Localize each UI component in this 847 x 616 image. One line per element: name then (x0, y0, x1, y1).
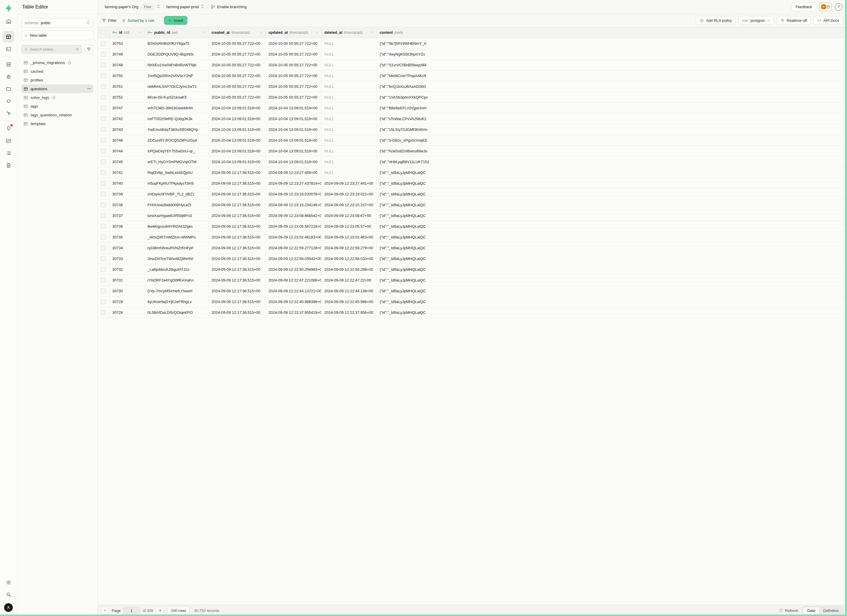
table-filter-button[interactable] (84, 45, 93, 54)
cell-content[interactable]: {"id":"_Id9aLyJpMHQLaiQC (377, 199, 424, 210)
row-checkbox[interactable] (101, 84, 106, 89)
cell-content[interactable]: {"id":"_Id9aLyJpMHQLaiQC (377, 253, 424, 264)
cell-deleted_at[interactable]: NULL (322, 38, 377, 49)
cell-public_id[interactable]: 0L5BAfDaLDl5rQOiqeKPO (145, 307, 208, 308)
cell-public_id[interactable]: _l40sQIRTmMZfcm-MWMPs (145, 232, 208, 242)
rail-item-storage[interactable] (3, 83, 14, 94)
cell-deleted_at[interactable]: NULL (322, 124, 377, 135)
cell-id[interactable]: 30738 (109, 199, 145, 210)
cell-id[interactable]: 30730 (109, 286, 145, 296)
row-checkbox[interactable] (101, 267, 106, 272)
cell-public_id[interactable]: zHDq4c0F0VBF_TL2_dBZ1 (145, 189, 208, 199)
cell-updated_at[interactable]: 2024-10-05 00:55:27.722+00 (266, 81, 322, 91)
cell-content[interactable]: {"id":"MeWCriorTPopA4Kc9 (377, 71, 424, 81)
cell-deleted_at[interactable]: 2024-09-09 12:22:37.958+00 (322, 307, 377, 308)
cell-created_at[interactable]: 2024-09-09 12:17:36.515+00 (208, 264, 266, 274)
cell-deleted_at[interactable]: 2024-09-09 12:22:59.279+00 (322, 243, 377, 253)
chevron-down-icon[interactable] (260, 31, 263, 35)
row-checkbox[interactable] (101, 202, 106, 207)
cell-public_id[interactable]: xrETl_HyGY0mPMGVqtOTM (145, 156, 208, 167)
sidebar-table-profiles[interactable]: profiles (21, 76, 93, 84)
cell-id[interactable]: 30735 (109, 232, 145, 242)
cell-content[interactable]: {"id":"_Id9aLyJpMHQLaiQC (377, 210, 424, 221)
row-checkbox[interactable] (101, 41, 106, 46)
cell-public_id[interactable]: nbMhHL3AP7OcCJymc2wT2 (145, 81, 208, 91)
rail-item-edge-functions[interactable] (3, 95, 14, 107)
rail-item-home[interactable] (3, 15, 14, 27)
cell-content[interactable]: {"id":"_Id9aLyJpMHQLaiQC (377, 189, 424, 199)
cell-id[interactable]: 30745 (109, 156, 145, 167)
cell-created_at[interactable]: 2024-10-05 00:55:27.722+00 (208, 71, 266, 81)
rail-item-database[interactable] (3, 59, 14, 70)
rail-item-realtime[interactable] (3, 107, 14, 119)
cell-content[interactable]: {"id":"_Id9aLyJpMHQLaiQC (377, 178, 424, 189)
cell-deleted_at[interactable]: NULL (322, 81, 377, 91)
cell-created_at[interactable]: 2024-10-05 00:55:27.722+00 (208, 49, 266, 59)
cell-updated_at[interactable]: 2024-09-09 12:23:27.459+00 (266, 167, 322, 178)
cell-id[interactable]: 30729 (109, 296, 145, 307)
cell-deleted_at[interactable]: NULL (322, 60, 377, 70)
cell-id[interactable]: 30744 (109, 146, 145, 156)
cell-updated_at[interactable]: 2024-10-05 00:55:27.722+00 (266, 38, 322, 49)
cell-deleted_at[interactable]: 2024-09-09 12:22:50.298+00 (322, 264, 377, 274)
sort-button[interactable]: Sorted by 1 rule (121, 18, 155, 23)
cell-updated_at[interactable]: 2024-09-09 12:23:27.437814+00 (266, 178, 322, 189)
cell-created_at[interactable]: 2024-09-09 12:17:36.515+00 (208, 253, 266, 264)
row-checkbox[interactable] (101, 299, 106, 304)
cell-deleted_at[interactable]: 2024-09-09 12:22:44.138+00 (322, 286, 377, 296)
cell-id[interactable]: 30748 (109, 60, 145, 70)
cell-deleted_at[interactable]: NULL (322, 49, 377, 59)
column-header-content[interactable]: contentjsonb (377, 27, 424, 38)
cell-public_id[interactable]: NhXEo1Xw04FnB4RzWTNjb (145, 60, 208, 70)
cell-id[interactable]: 30731 (109, 275, 145, 285)
cell-updated_at[interactable]: 2024-09-09 12:22:40.986386+00 (266, 296, 322, 307)
cell-created_at[interactable]: 2024-10-04 13:09:01.519+00 (208, 146, 266, 156)
cell-public_id[interactable]: DYp-7mcyMSIrHefLYIwwH (145, 286, 208, 296)
cell-public_id[interactable]: nj336mN5reuRVNZrKHFpF (145, 243, 208, 253)
cell-content[interactable]: {"id":"5b7j5Pz9WHBNmY_A (377, 38, 424, 49)
cell-created_at[interactable]: 2024-10-05 00:55:27.722+00 (208, 92, 266, 102)
cell-deleted_at[interactable]: NULL (322, 135, 377, 146)
sidebar-table-tags[interactable]: tags (21, 102, 93, 111)
cell-deleted_at[interactable]: 2024-09-09 12:23:08.67+00 (322, 210, 377, 221)
cell-created_at[interactable]: 2024-10-04 13:09:01.519+00 (208, 103, 266, 113)
cell-content[interactable]: {"id":"_Id9aLyJpMHQLaiQC (377, 286, 424, 296)
cell-deleted_at[interactable]: 2024-09-09 12:23:05.57+00 (322, 221, 377, 231)
cell-content[interactable]: {"id":"_Id9aLyJpMHQLaiQC (377, 232, 424, 242)
cell-updated_at[interactable]: 2024-10-05 00:55:27.722+00 (266, 49, 322, 59)
row-checkbox[interactable] (101, 52, 106, 57)
sidebar-table-template[interactable]: template (21, 119, 93, 128)
cell-content[interactable]: {"id":"rtHbLpgB8V11LUK7152 (377, 156, 424, 167)
insert-button[interactable]: Insert (164, 16, 187, 25)
cell-public_id[interactable]: rYbORF2e4YgDt9fKAXaKn (145, 275, 208, 285)
org-switch-icon[interactable] (156, 4, 160, 9)
row-checkbox[interactable] (101, 192, 106, 197)
rail-item-sql-editor[interactable] (3, 43, 14, 55)
cell-deleted_at[interactable]: NULL (322, 92, 377, 102)
cell-created_at[interactable]: 2024-10-04 13:09:01.519+00 (208, 113, 266, 124)
cell-public_id[interactable]: 8yUKotr9qGYjK2eFRhgLv (145, 296, 208, 307)
cell-deleted_at[interactable]: 2024-09-09 12:22:56.033+00 (322, 253, 377, 264)
cell-created_at[interactable]: 2024-09-09 12:17:36.515+00 (208, 189, 266, 199)
cell-id[interactable]: 30753 (109, 38, 145, 49)
sidebar-table-questions[interactable]: questions••• (21, 84, 93, 93)
cell-content[interactable]: {"id":"15LSIyT0JGMf3Kl4Vm (377, 124, 424, 135)
cell-id[interactable]: 30728 (109, 307, 145, 308)
supabase-logo[interactable] (4, 4, 13, 12)
cell-deleted_at[interactable]: NULL (322, 167, 377, 178)
cell-deleted_at[interactable]: 2024-09-09 12:23:19.021+00 (322, 189, 377, 199)
cell-created_at[interactable]: 2024-09-09 12:17:36.515+00 (208, 275, 266, 285)
rail-item-advisors[interactable] (3, 123, 14, 134)
cell-public_id[interactable]: _La6pddxcKJIbgufATJ1n (145, 264, 208, 274)
cell-public_id[interactable]: 3muDHTceTWso9IZj8hHNI (145, 253, 208, 264)
cell-content[interactable]: {"id":"_Id9aLyJpMHQLaiQC (377, 264, 424, 274)
cell-updated_at[interactable]: 2024-10-05 00:55:27.722+00 (266, 60, 322, 70)
row-checkbox[interactable] (101, 213, 106, 218)
cell-content[interactable]: {"id":"4wyNgK55lOfrpmYZc (377, 49, 424, 59)
cell-id[interactable]: 30746 (109, 135, 145, 146)
cell-updated_at[interactable]: 2024-10-04 13:09:01.519+00 (266, 146, 322, 156)
cell-deleted_at[interactable]: 2024-09-09 12:23:15.237+00 (322, 199, 377, 210)
cell-id[interactable]: 30732 (109, 264, 145, 274)
cell-updated_at[interactable]: 2024-10-04 13:09:01.519+00 (266, 135, 322, 146)
cell-content[interactable]: {"id":"fvrQ1bXoJ6XaAD08G (377, 81, 424, 91)
